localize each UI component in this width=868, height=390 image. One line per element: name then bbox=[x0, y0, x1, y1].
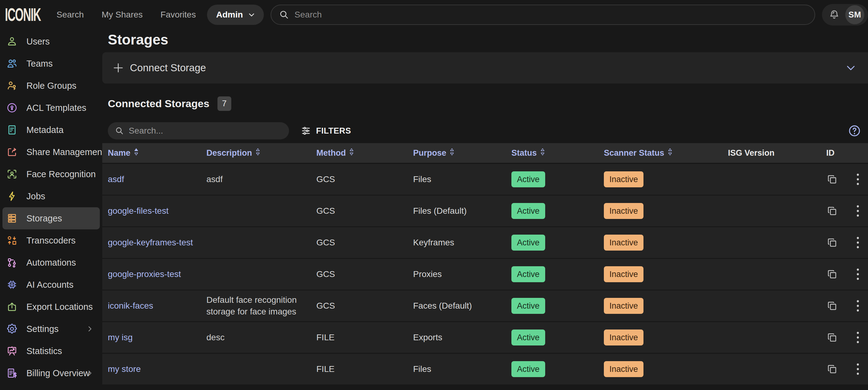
sidebar-item-label: ACL Templates bbox=[26, 103, 86, 113]
chevron-right-icon[interactable] bbox=[86, 325, 94, 333]
help-button[interactable] bbox=[848, 124, 861, 137]
sidebar-item-label: AI Accounts bbox=[26, 280, 73, 290]
copy-icon bbox=[826, 173, 838, 185]
storage-count-badge: 7 bbox=[217, 96, 231, 111]
storage-name-link[interactable]: google-proxies-test bbox=[108, 269, 181, 279]
user-key-icon bbox=[6, 80, 18, 92]
global-search-input[interactable] bbox=[294, 10, 807, 20]
chevron-down-icon bbox=[247, 10, 256, 19]
chevron-right-icon[interactable] bbox=[86, 369, 94, 377]
filters-button[interactable]: FILTERS bbox=[301, 126, 351, 136]
sidebar-item-role-groups[interactable]: Role Groups bbox=[2, 75, 100, 97]
status-badge: Active bbox=[512, 361, 545, 377]
storage-name-link[interactable]: asdf bbox=[108, 174, 124, 184]
sidebar-item-automations[interactable]: Automations bbox=[2, 252, 100, 273]
sidebar-item-ai-accounts[interactable]: AI Accounts bbox=[2, 273, 100, 296]
storage-purpose: Keyframes bbox=[413, 238, 512, 248]
table-row: google-files-test GCS Files (Default) Ac… bbox=[102, 196, 868, 227]
storage-name-link[interactable]: my store bbox=[108, 364, 141, 374]
copy-id-button[interactable] bbox=[826, 268, 838, 280]
connect-storage-panel[interactable]: Connect Storage bbox=[102, 52, 868, 84]
storage-name-link[interactable]: my isg bbox=[108, 332, 133, 342]
storage-description: Default face recognition storage for fac… bbox=[207, 294, 312, 318]
sidebar-item-transcoders[interactable]: Transcoders bbox=[2, 229, 100, 252]
storage-name-link[interactable]: google-keyframes-test bbox=[108, 238, 193, 247]
keyhole-icon bbox=[6, 102, 18, 113]
sidebar-item-recycle-bin[interactable]: Recycle Bin bbox=[2, 384, 100, 390]
storages-search bbox=[108, 122, 289, 139]
copy-icon bbox=[826, 205, 838, 217]
status-badge: Active bbox=[512, 171, 545, 187]
column-header-method[interactable]: Method bbox=[316, 148, 413, 158]
top-nav-search[interactable]: Search bbox=[57, 10, 84, 20]
storages-table: Name Description Method Purpose Status S… bbox=[102, 143, 868, 385]
row-menu-button[interactable] bbox=[856, 268, 859, 280]
sidebar-item-settings[interactable]: Settings bbox=[2, 318, 100, 340]
user-icon bbox=[6, 36, 18, 47]
row-menu-button[interactable] bbox=[856, 331, 859, 344]
storage-method: GCS bbox=[316, 206, 413, 216]
storage-method: FILE bbox=[316, 332, 413, 343]
table-toolbar: FILTERS bbox=[102, 122, 868, 139]
copy-id-button[interactable] bbox=[826, 173, 838, 185]
document-icon bbox=[6, 124, 18, 136]
column-header-scanner-status[interactable]: Scanner Status bbox=[604, 148, 728, 158]
sidebar-item-share-management[interactable]: Share Management bbox=[2, 141, 100, 163]
sidebar-item-billing-overview[interactable]: Billing Overview bbox=[2, 362, 100, 384]
copy-id-button[interactable] bbox=[826, 237, 838, 249]
storage-name-link[interactable]: iconik-faces bbox=[108, 301, 153, 311]
column-header-name[interactable]: Name bbox=[108, 148, 207, 158]
row-menu-button[interactable] bbox=[856, 363, 859, 375]
kebab-menu-icon bbox=[856, 268, 859, 280]
row-menu-button[interactable] bbox=[856, 173, 859, 186]
sort-icon bbox=[134, 148, 139, 158]
gear-icon bbox=[6, 323, 18, 335]
sidebar-item-teams[interactable]: Teams bbox=[2, 53, 100, 75]
storage-purpose: Files (Default) bbox=[413, 206, 512, 216]
row-menu-button[interactable] bbox=[856, 205, 859, 217]
copy-id-button[interactable] bbox=[826, 363, 838, 375]
iconik-logo[interactable]: ICONIK bbox=[5, 4, 35, 25]
copy-id-button[interactable] bbox=[826, 332, 838, 343]
row-menu-button[interactable] bbox=[856, 300, 859, 312]
copy-id-button[interactable] bbox=[826, 205, 838, 217]
storage-purpose: Proxies bbox=[413, 269, 512, 279]
sidebar-item-acl-templates[interactable]: ACL Templates bbox=[2, 97, 100, 119]
scanner-status-badge: Inactive bbox=[604, 171, 644, 187]
column-header-description[interactable]: Description bbox=[207, 148, 316, 158]
statistics-icon bbox=[6, 345, 18, 357]
sidebar-item-metadata[interactable]: Metadata bbox=[2, 119, 100, 141]
row-menu-button[interactable] bbox=[856, 236, 859, 249]
connected-storages-heading-row: Connected Storages 7 bbox=[108, 96, 231, 111]
storage-method: GCS bbox=[316, 301, 413, 311]
table-row: google-proxies-test GCS Proxies Active I… bbox=[102, 259, 868, 291]
sidebar-item-statistics[interactable]: Statistics bbox=[2, 340, 100, 362]
connected-storages-heading: Connected Storages bbox=[108, 98, 210, 110]
table-row: my isg desc FILE Exports Active Inactive bbox=[102, 322, 868, 354]
topbar: ICONIK SearchMy SharesFavorites Admin SM bbox=[0, 0, 868, 30]
top-nav-my-shares[interactable]: My Shares bbox=[102, 10, 143, 20]
admin-menu-button[interactable]: Admin bbox=[207, 5, 264, 25]
sidebar-item-label: Jobs bbox=[26, 191, 45, 201]
chevron-down-icon[interactable] bbox=[845, 62, 857, 74]
avatar[interactable]: SM bbox=[845, 5, 864, 24]
sidebar-item-storages[interactable]: Storages bbox=[2, 207, 100, 229]
sidebar-item-export-locations[interactable]: Export Locations bbox=[2, 296, 100, 318]
copy-icon bbox=[826, 237, 838, 249]
search-icon bbox=[115, 126, 124, 136]
column-header-status[interactable]: Status bbox=[512, 148, 604, 158]
face-scan-icon bbox=[6, 168, 18, 180]
sort-icon bbox=[255, 148, 260, 158]
table-body: asdf asdf GCS Files Active Inactive goog… bbox=[102, 164, 868, 385]
copy-id-button[interactable] bbox=[826, 300, 838, 312]
sidebar-item-jobs[interactable]: Jobs bbox=[2, 185, 100, 207]
sidebar-item-users[interactable]: Users bbox=[2, 30, 100, 53]
sidebar-item-face-recognition[interactable]: Face Recognition bbox=[2, 163, 100, 185]
storage-name-link[interactable]: google-files-test bbox=[108, 206, 168, 216]
storages-search-input[interactable] bbox=[129, 126, 282, 136]
status-badge: Active bbox=[512, 203, 545, 219]
column-header-purpose[interactable]: Purpose bbox=[413, 148, 512, 158]
bell-icon[interactable] bbox=[828, 9, 840, 21]
top-nav-favorites[interactable]: Favorites bbox=[161, 10, 196, 20]
export-icon bbox=[6, 301, 18, 313]
